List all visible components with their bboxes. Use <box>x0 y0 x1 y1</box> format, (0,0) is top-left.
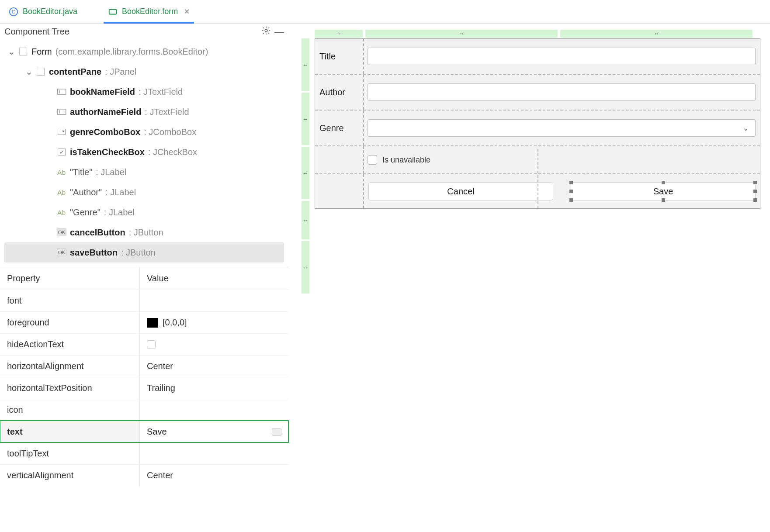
ruler-segment[interactable]: ↔ <box>365 30 558 38</box>
label-icon: Ab <box>57 167 66 177</box>
selection-handle[interactable] <box>569 198 573 202</box>
button-label: Save <box>653 187 673 197</box>
tree-node-type: : JButton <box>121 248 156 258</box>
selection-handle[interactable] <box>662 181 665 184</box>
property-name: hideActionText <box>0 334 140 355</box>
combobox-icon <box>57 127 66 137</box>
ruler-segment[interactable]: ↕ <box>302 201 309 239</box>
property-header-name: Property <box>0 267 140 290</box>
square-icon <box>19 48 27 55</box>
textfield-icon <box>57 107 66 117</box>
form-preview[interactable]: Title Author Genre ⌄ <box>315 38 760 209</box>
property-value-input[interactable] <box>147 427 267 437</box>
property-value-cell[interactable] <box>140 421 288 442</box>
property-row-icon[interactable]: icon <box>0 399 288 421</box>
tree-node-cancelbutton[interactable]: OKcancelButton : JButton <box>0 222 288 242</box>
property-value: [0,0,0] <box>163 318 187 328</box>
property-name: text <box>0 421 140 442</box>
tree-node-type: : JLabel <box>96 167 126 177</box>
tab-bookeditor-java[interactable]: C BookEditor.java <box>4 0 82 23</box>
close-icon[interactable]: ✕ <box>184 7 190 16</box>
save-button[interactable]: Save <box>571 182 756 200</box>
checkbox-icon: ✓ <box>57 147 66 157</box>
button-label: Cancel <box>447 187 474 197</box>
author-textfield[interactable] <box>368 83 756 101</box>
property-row-foreground[interactable]: foreground[0,0,0] <box>0 311 288 333</box>
tree-node-form[interactable]: ⌄ Form (com.example.library.forms.BookEd… <box>0 41 288 62</box>
property-value-cell[interactable] <box>140 334 288 355</box>
property-row-font[interactable]: font <box>0 290 288 311</box>
property-row-verticalAlignment[interactable]: verticalAlignmentCenter <box>0 464 288 486</box>
tree-node-authornamefield[interactable]: authorNameField : JTextField <box>0 102 288 122</box>
tree-node-genrecombobox[interactable]: genreComboBox : JComboBox <box>0 122 288 142</box>
tree-node-type: : JLabel <box>104 207 135 218</box>
selection-handle[interactable] <box>569 181 573 184</box>
ruler-segment[interactable]: ↕ <box>302 38 309 91</box>
property-name: verticalAlignment <box>0 465 140 486</box>
horizontal-rulers: ↔ ↔ ↔ <box>315 30 770 38</box>
ruler-segment[interactable]: ↕ <box>302 241 309 294</box>
property-row-horizontalAlignment[interactable]: horizontalAlignmentCenter <box>0 355 288 377</box>
ruler-segment[interactable]: ↕ <box>302 147 309 199</box>
tree-node-author[interactable]: Ab"Author" : JLabel <box>0 182 288 202</box>
property-value-cell[interactable]: Center <box>140 465 288 486</box>
tree-node-genre[interactable]: Ab"Genre" : JLabel <box>0 202 288 222</box>
button-icon: OK <box>57 248 66 257</box>
tree-node-label: Form <box>31 47 52 57</box>
color-swatch[interactable] <box>147 318 158 328</box>
tree-node-savebutton[interactable]: OKsaveButton : JButton <box>4 242 284 263</box>
property-value-cell[interactable]: [0,0,0] <box>140 312 288 333</box>
selection-handle[interactable] <box>753 181 757 184</box>
property-row-text[interactable]: text <box>0 421 288 442</box>
property-value: Center <box>147 470 173 480</box>
tab-bookeditor-form[interactable]: BookEditor.form ✕ <box>104 0 194 23</box>
tree-node-label: isTakenCheckBox <box>70 147 145 157</box>
property-row-hideActionText[interactable]: hideActionText <box>0 333 288 355</box>
label-title[interactable]: Title <box>319 52 363 62</box>
gear-icon[interactable] <box>261 26 271 38</box>
tree-node-label: saveButton <box>70 248 118 258</box>
unavailable-checkbox[interactable] <box>368 155 377 165</box>
tree-node-type: : JTextField <box>145 107 189 117</box>
genre-combobox[interactable]: ⌄ <box>368 119 756 137</box>
property-value-cell[interactable] <box>140 399 288 421</box>
label-unavailable[interactable]: Is unavailable <box>382 155 430 165</box>
label-author[interactable]: Author <box>319 87 363 97</box>
ruler-segment[interactable]: ↔ <box>315 30 363 38</box>
editor-tabs: C BookEditor.java BookEditor.form ✕ <box>0 0 770 24</box>
selection-handle[interactable] <box>662 198 665 202</box>
selection-handle[interactable] <box>569 190 573 193</box>
tree-node-label: "Genre" <box>70 207 101 218</box>
tab-label: BookEditor.form <box>122 7 178 16</box>
browse-icon[interactable] <box>272 428 281 436</box>
tree-node-istakencheckbox[interactable]: ✓isTakenCheckBox : JCheckBox <box>0 142 288 162</box>
selection-handle[interactable] <box>753 198 757 202</box>
property-row-toolTipText[interactable]: toolTipText <box>0 442 288 464</box>
chevron-down-icon[interactable]: ⌄ <box>8 46 15 57</box>
label-genre[interactable]: Genre <box>319 123 363 133</box>
property-table: fontforeground[0,0,0]hideActionTexthoriz… <box>0 290 288 486</box>
property-row-horizontalTextPosition[interactable]: horizontalTextPositionTrailing <box>0 377 288 399</box>
property-value-cell[interactable]: Trailing <box>140 377 288 399</box>
label-icon: Ab <box>57 187 66 197</box>
ruler-segment[interactable]: ↕ <box>302 93 309 145</box>
tree-node-booknamefield[interactable]: bookNameField : JTextField <box>0 82 288 102</box>
property-header: Property Value <box>0 267 288 290</box>
tree-node-type: : JCheckBox <box>148 147 197 157</box>
selection-handle[interactable] <box>753 190 757 193</box>
property-value-cell[interactable] <box>140 443 288 464</box>
property-value-cell[interactable]: Center <box>140 356 288 377</box>
tree-node-title[interactable]: Ab"Title" : JLabel <box>0 162 288 182</box>
svg-rect-4 <box>57 89 66 94</box>
vertical-rulers: ↕ ↕ ↕ ↕ ↕ <box>302 38 309 294</box>
property-value-cell[interactable] <box>140 290 288 311</box>
tree-node-contentpane[interactable]: ⌄ contentPane : JPanel <box>0 62 288 82</box>
chevron-down-icon[interactable]: ⌄ <box>25 66 32 77</box>
ruler-segment[interactable]: ↔ <box>560 30 753 38</box>
svg-text:C: C <box>12 9 15 14</box>
minimize-icon[interactable]: — <box>274 26 284 38</box>
title-textfield[interactable] <box>368 48 756 65</box>
checkbox[interactable] <box>147 340 156 349</box>
cancel-button[interactable]: Cancel <box>368 182 553 200</box>
chevron-down-icon: ⌄ <box>742 123 749 133</box>
